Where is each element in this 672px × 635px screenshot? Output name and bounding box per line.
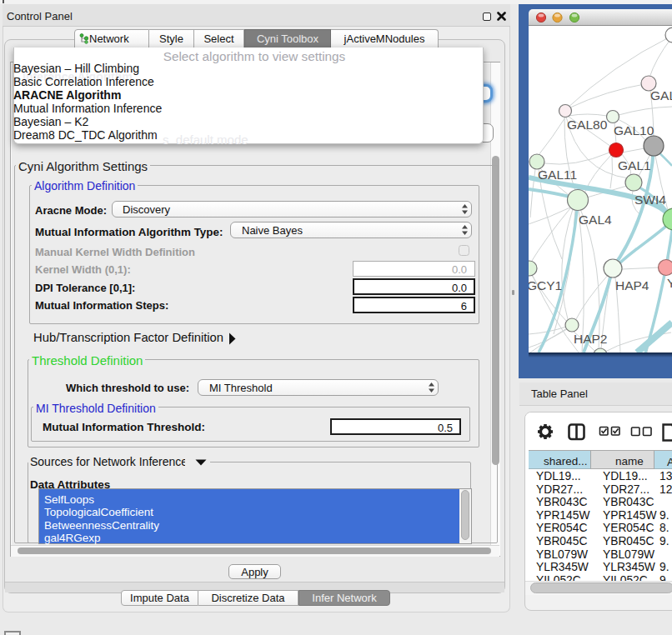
svg-text:GAL4: GAL4: [579, 212, 612, 227]
svg-text:GAL1: GAL1: [618, 158, 651, 172]
svg-text:HAP2: HAP2: [574, 332, 608, 346]
svg-text:GAL10: GAL10: [614, 123, 654, 138]
svg-text:GAL7: GAL7: [650, 88, 672, 102]
svg-text:HAP4: HAP4: [615, 278, 649, 292]
svg-text:YM: YM: [667, 276, 672, 290]
svg-text:SWI4: SWI4: [634, 192, 666, 207]
svg-text:GAL11: GAL11: [538, 168, 577, 182]
svg-text:GAL80: GAL80: [567, 118, 608, 132]
svg-text:GCY1: GCY1: [529, 278, 562, 292]
